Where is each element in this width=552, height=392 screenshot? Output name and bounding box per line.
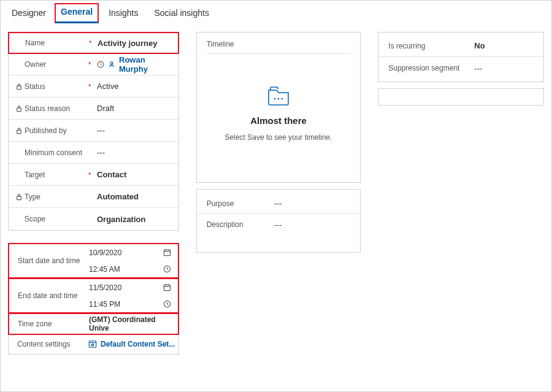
field-status-value: Active — [97, 82, 174, 91]
timeline-title: Timeline — [207, 40, 351, 54]
svg-rect-6 — [164, 250, 171, 255]
field-end-datetime[interactable]: End date and time 11/5/2020 11:45 PM — [8, 278, 179, 313]
field-owner-label: Owner — [25, 60, 88, 69]
person-icon — [108, 61, 115, 68]
required-marker: * — [89, 39, 98, 47]
recurring-label: Is recurring — [388, 42, 474, 50]
field-owner[interactable]: Owner * Rowan Murphy — [9, 53, 178, 75]
field-status-reason-label: Status reason — [25, 104, 88, 113]
svg-rect-2 — [17, 86, 21, 89]
meta-panel: Purpose --- Description --- — [196, 189, 361, 253]
svg-rect-3 — [17, 108, 21, 111]
field-minimum-consent[interactable]: Minimum consent --- — [9, 142, 178, 164]
calendar-icon[interactable] — [163, 283, 172, 292]
field-status-reason-value: Draft — [97, 104, 174, 113]
field-name-value: Activity journey — [98, 39, 173, 48]
timeline-subtext: Select Save to see your timeline. — [225, 133, 332, 142]
svg-point-14 — [282, 98, 283, 100]
content-settings-value: Default Content Set... — [101, 340, 175, 348]
tz-label: Time zone — [9, 314, 89, 334]
field-time-zone[interactable]: Time zone (GMT) Coordinated Unive — [8, 313, 179, 335]
timeline-heading: Almost there — [250, 115, 307, 126]
content-settings-icon — [88, 340, 97, 348]
lock-icon — [16, 193, 22, 201]
suppression-value: --- — [474, 64, 534, 73]
end-label: End date and time — [9, 279, 89, 312]
calendar-icon[interactable] — [163, 248, 172, 257]
dates-panel: Start date and time 10/9/2020 12:45 AM — [8, 243, 179, 355]
tab-insights[interactable]: Insights — [102, 4, 144, 23]
field-type[interactable]: Type Automated — [9, 186, 178, 208]
lock-icon — [16, 105, 22, 112]
tab-general[interactable]: General — [55, 3, 99, 23]
field-name[interactable]: Name * Activity journey — [8, 32, 179, 54]
tab-bar: Designer General Insights Social insight… — [1, 1, 551, 23]
field-min-consent-label: Minimum consent — [25, 148, 88, 157]
empty-panel — [378, 88, 544, 106]
field-type-label: Type — [25, 193, 88, 201]
general-fields-panel: Name * Activity journey Owner * — [8, 32, 179, 231]
tab-social-insights[interactable]: Social insights — [148, 4, 215, 23]
svg-rect-5 — [17, 196, 21, 199]
field-status[interactable]: Status * Active — [9, 75, 178, 98]
svg-rect-4 — [17, 130, 21, 133]
start-date-value: 10/9/2020 — [89, 248, 121, 257]
start-time-value: 12:45 AM — [89, 265, 120, 274]
start-label: Start date and time — [9, 244, 89, 277]
field-purpose[interactable]: Purpose --- — [197, 193, 361, 214]
field-status-label: Status — [25, 82, 88, 91]
purpose-value: --- — [274, 199, 351, 208]
end-time-value: 11:45 PM — [89, 300, 120, 309]
field-scope[interactable]: Scope Organization — [9, 208, 178, 230]
field-target-value: Contact — [97, 170, 174, 179]
field-scope-label: Scope — [25, 215, 88, 223]
tab-designer[interactable]: Designer — [6, 4, 52, 23]
content-settings-label: Content settings — [9, 334, 88, 354]
field-target[interactable]: Target * Contact — [9, 164, 178, 186]
clock-icon[interactable] — [163, 300, 172, 309]
svg-rect-8 — [164, 285, 171, 290]
field-start-datetime[interactable]: Start date and time 10/9/2020 12:45 AM — [8, 243, 179, 279]
recurring-value: No — [474, 41, 534, 50]
field-target-label: Target — [25, 171, 88, 179]
field-owner-value: Rowan Murphy — [119, 55, 174, 74]
description-value: --- — [274, 220, 351, 229]
description-label: Description — [207, 220, 274, 229]
field-published-by[interactable]: Published by --- — [9, 120, 178, 142]
field-published-by-label: Published by — [25, 126, 88, 135]
timeline-panel: Timeline Almost there Select Save to see… — [196, 32, 361, 183]
field-suppression-segment[interactable]: Suppression segment --- — [378, 57, 543, 79]
clock-icon[interactable] — [163, 265, 172, 274]
field-published-by-value: --- — [97, 126, 174, 135]
lock-icon — [16, 83, 22, 90]
field-min-consent-value: --- — [97, 148, 174, 157]
recurring-panel: Is recurring No Suppression segment --- — [378, 32, 544, 82]
tz-value: (GMT) Coordinated Unive — [89, 314, 178, 334]
history-icon — [97, 61, 104, 68]
field-is-recurring[interactable]: Is recurring No — [378, 35, 543, 57]
lock-icon — [16, 127, 22, 134]
end-date-value: 11/5/2020 — [89, 283, 121, 292]
field-type-value: Automated — [97, 192, 174, 201]
purpose-label: Purpose — [207, 199, 274, 208]
suppression-label: Suppression segment — [388, 64, 474, 72]
folder-icon — [265, 83, 292, 108]
svg-point-12 — [274, 98, 276, 100]
field-status-reason[interactable]: Status reason Draft — [9, 98, 178, 120]
field-name-label: Name — [25, 39, 89, 47]
field-content-settings[interactable]: Content settings Default Content Set... — [9, 334, 178, 354]
required-marker: * — [88, 83, 97, 90]
required-marker: * — [88, 171, 97, 179]
required-marker: * — [88, 61, 97, 68]
field-description[interactable]: Description --- — [197, 214, 361, 235]
svg-point-13 — [278, 98, 280, 100]
svg-point-1 — [110, 61, 113, 64]
field-scope-value: Organization — [97, 215, 174, 224]
